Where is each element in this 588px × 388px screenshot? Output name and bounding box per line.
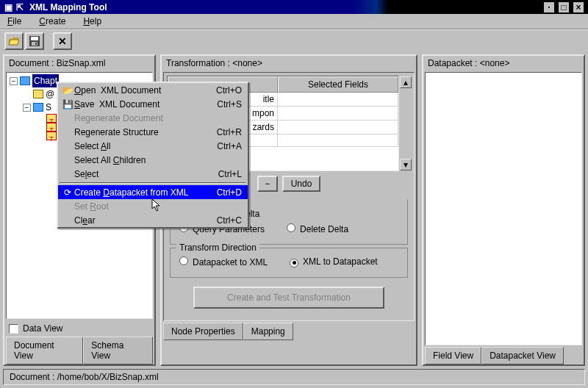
datapacket-panel-title: Datapacket : <none> [423, 56, 584, 71]
tab-document-view[interactable]: Document View [6, 337, 83, 364]
grid-cell[interactable] [278, 134, 398, 146]
document-panel-title: Document : BizSnap.xml [4, 56, 154, 71]
menubar: File Create Help [0, 14, 588, 29]
element-icon [33, 103, 43, 112]
grid-cell[interactable] [278, 121, 398, 134]
titlebar: ▣ ⇱ XML Mapping Tool · □ × [0, 0, 588, 14]
tree-node-root[interactable]: Chapt [32, 74, 59, 87]
svg-rect-3 [35, 43, 37, 45]
statusbar: Document : /home/bob/X/BizSnap.xml [3, 369, 585, 385]
window-title: XML Mapping Tool [29, 2, 107, 12]
menu-separator [60, 182, 246, 184]
datapacket-panel: Datapacket : <none> Field View Datapacke… [422, 54, 585, 366]
attr-icon [33, 90, 43, 98]
maximize-button[interactable]: □ [559, 2, 569, 12]
close-button[interactable]: × [573, 2, 584, 12]
tab-mapping[interactable]: Mapping [243, 323, 293, 340]
menu-create[interactable]: Create [39, 16, 65, 26]
folder-open-icon [8, 36, 20, 46]
ctx-save-xml[interactable]: 💾 Save XML Document Ctrl+S [58, 97, 248, 111]
grid-col-selected: Selected Fields [278, 76, 398, 93]
grid-scrollbar[interactable]: ▴ ▾ [400, 76, 412, 170]
folder-open-icon: 📂 [61, 85, 74, 96]
left-tabbar: Document View Schema View [4, 337, 154, 364]
ctx-regen-doc: Regenerate Document [58, 111, 248, 125]
tree-twisty[interactable]: − [10, 77, 18, 85]
open-button[interactable] [4, 32, 24, 50]
context-menu: 📂 Open XML Document Ctrl+O 💾 Save XML Do… [57, 82, 249, 229]
dataview-label: Data View [23, 323, 62, 334]
ctx-select[interactable]: Select Ctrl+L [58, 167, 248, 181]
radio-delete-delta[interactable]: Delete Delta [287, 223, 348, 234]
tree-twisty[interactable]: − [23, 104, 31, 112]
text-node-icon: T [46, 123, 57, 132]
x-icon: ✕ [58, 35, 67, 47]
text-node-icon: T [46, 114, 57, 123]
radio-xml-to-dp[interactable]: XML to Datapacket [290, 256, 378, 267]
sysmenu-icon[interactable]: ▣ [3, 2, 13, 12]
ctx-select-all[interactable]: Select All Ctrl+A [58, 139, 248, 153]
remove-field-button[interactable]: − [257, 176, 278, 192]
tab-datapacket-view[interactable]: Datapacket View [481, 347, 564, 364]
tree-node-s[interactable]: S [46, 101, 51, 114]
grid-cell[interactable] [278, 107, 398, 120]
refresh-icon: ⟳ [61, 187, 74, 198]
ctx-regen-struct[interactable]: Regenerate Structure Ctrl+R [58, 125, 248, 139]
element-icon [20, 76, 30, 85]
dataview-checkbox[interactable] [9, 324, 18, 334]
floppy-icon [29, 36, 40, 46]
right-tabbar: Field View Datapacket View [423, 347, 584, 364]
menu-file[interactable]: File [7, 16, 21, 26]
ctx-open-xml[interactable]: 📂 Open XML Document Ctrl+O [58, 83, 248, 97]
ctx-set-root: Set Root [58, 199, 248, 213]
grid-cell[interactable] [278, 93, 398, 106]
tree-node-attr[interactable]: @ [46, 87, 54, 101]
radio-dp-to-xml[interactable]: Datapacket to XML [179, 256, 268, 267]
status-text: Document : /home/bob/X/BizSnap.xml [10, 372, 159, 382]
iconify-button[interactable]: · [544, 2, 554, 12]
text-node-icon: T [46, 132, 57, 140]
transform-direction-group: Transform Direction Datapacket to XML XM… [170, 248, 408, 278]
mid-tabbar: Node Properties Mapping [162, 323, 416, 340]
tab-schema-view[interactable]: Schema View [83, 337, 153, 364]
transformation-panel-title: Transformation : <none> [162, 56, 416, 71]
undo-button[interactable]: Undo [282, 176, 321, 192]
datapacket-body [425, 72, 582, 345]
save-button[interactable] [25, 32, 44, 50]
pin-icon[interactable]: ⇱ [15, 2, 25, 12]
tab-field-view[interactable]: Field View [425, 347, 481, 364]
floppy-icon: 💾 [61, 99, 74, 109]
close-tool-button[interactable]: ✕ [53, 32, 72, 50]
scroll-up-icon[interactable]: ▴ [400, 76, 412, 88]
tab-node-properties[interactable]: Node Properties [163, 323, 243, 340]
create-test-button[interactable]: Create and Test Transformation [193, 287, 384, 309]
ctx-select-children[interactable]: Select All Children [58, 153, 248, 167]
svg-rect-1 [31, 37, 38, 40]
ctx-create-datapacket[interactable]: ⟳ Create Datapacket from XML Ctrl+D [58, 185, 248, 199]
ctx-clear[interactable]: Clear Ctrl+C [58, 213, 248, 227]
group-legend: Transform Direction [176, 242, 259, 253]
toolbar: ✕ [0, 29, 588, 51]
dataview-toggle-row: Data View [4, 320, 154, 337]
scroll-down-icon[interactable]: ▾ [400, 159, 412, 170]
menu-help[interactable]: Help [83, 16, 101, 26]
